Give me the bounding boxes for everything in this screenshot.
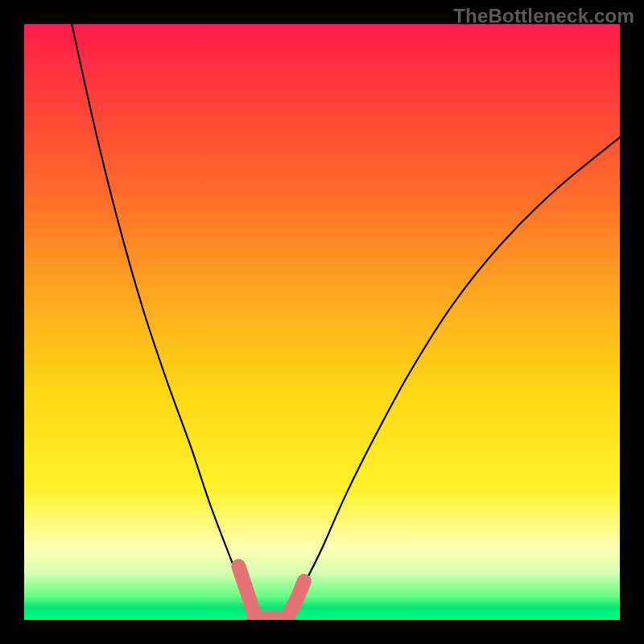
left-curve: [72, 24, 256, 620]
chart-frame: TheBottleneck.com: [0, 0, 644, 644]
watermark-text: TheBottleneck.com: [453, 5, 634, 27]
right-highlight: [287, 581, 304, 620]
plot-area: [24, 24, 620, 620]
curve-layer: [24, 24, 620, 620]
right-curve: [287, 138, 620, 620]
